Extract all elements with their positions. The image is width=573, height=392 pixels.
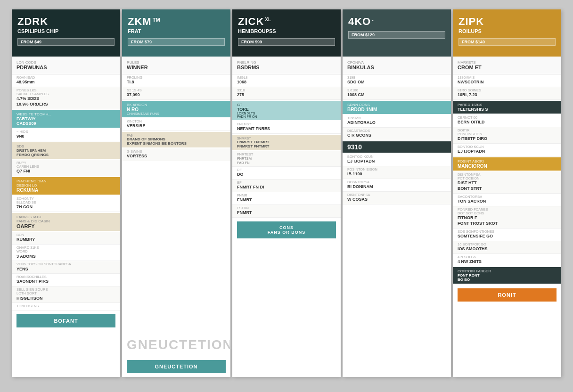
card3-b1-text: GT: [237, 103, 336, 107]
card5-r7-lbl: PONRED FCANESDOT SOT BONS: [458, 208, 557, 216]
card1-body: LON CODS PDRWUNAS ROANISAD 48,95mm PONES…: [12, 57, 120, 377]
card3-cta[interactable]: CONSFANS OR BONS: [237, 221, 336, 238]
card5-r6-lbl: SACONTORBA: [458, 195, 557, 199]
card1-header: ZDRK CSPILIPUS CHIP FROM $49: [12, 9, 120, 57]
card3-r5: BF FNMRT FN DI: [232, 180, 341, 192]
card5-top: MARKETS CROM ET: [453, 57, 561, 74]
card1-r5-val: 7H CON: [16, 204, 115, 210]
card1-r6-label: BON: [16, 233, 115, 237]
card2-r2-val: VERSIRE: [127, 123, 226, 129]
card3-r2-val: NEFAMT FNRES: [237, 126, 336, 132]
card5-r9-val: IOS SMOOTHS: [458, 246, 557, 252]
card2-b1-text: BK ARSION: [127, 103, 226, 107]
card3-b2-lbl: SNMRST: [237, 137, 336, 140]
card2-cta[interactable]: GNEUCTETION: [127, 360, 226, 373]
card2-col1-label: RULES: [127, 60, 226, 65]
card2-spacer: GNEUCTETION: [122, 161, 230, 356]
card1-name: ZDRK: [17, 16, 115, 27]
card1-r6: BON RUMBRY: [12, 232, 120, 245]
card3-r3: FNRTEST FNRTSMFAD FN: [232, 151, 341, 167]
card5-cta[interactable]: RONIT: [458, 288, 557, 302]
card3-b1-val: TORE: [237, 107, 336, 112]
card4-row1-lbl: 3198: [347, 76, 446, 80]
card1-b1-val: FARTWIYCADSS09: [16, 116, 115, 126]
card1-r8: VENS TOPS ON SONTORANCSA YENS: [12, 261, 120, 274]
card1-r5: SOHONTYBLLOADISE 7H CON: [12, 196, 120, 212]
card1-r6-val: RUMBRY: [16, 237, 115, 243]
card5-col1-val: CROM ET: [458, 65, 557, 70]
card4-b1-val: BRDOD 1NIM: [347, 107, 446, 112]
card5-subtitle: ROILUPS: [458, 28, 556, 34]
card1-row2-val: 4.7% SDDS10.9% ORDERS: [16, 96, 115, 107]
card5-r10: 4 N SOLGS 4 NW ZNITS: [453, 254, 561, 267]
card2-r2: KINJTON VERSIRE: [122, 118, 230, 131]
card5-r2-val: BERN OITILD: [458, 120, 557, 125]
card5-header: ZIPK ROILUPS FROM $149: [453, 9, 561, 57]
card1-r11-label: TONCOSENS: [16, 304, 115, 308]
card2-col1-val: WINNER: [127, 65, 226, 70]
card4-row1: 3198 SDO OM: [343, 74, 451, 87]
card1-row1-label: ROANISAD: [16, 76, 115, 80]
card5-r10-val: 4 NW ZNITS: [458, 259, 557, 265]
card1-block3: INACHENG DIANDESIGN LO RCKUINA: [12, 177, 120, 195]
card5-row1: 1380MMIS NWSCOTRIN: [453, 74, 561, 87]
card3-price: FROM $99: [238, 38, 335, 46]
card1-r11: TONCOSENS: [12, 303, 120, 310]
card3-r5-val: FNMRT FN DI: [237, 185, 336, 190]
card2-header: ZKM TM FRAT FROM $79: [122, 9, 230, 57]
card5-r7-val: FITNOR FFONT TROST SROT: [458, 215, 557, 226]
card3-r4-lbl: DF: [237, 168, 336, 172]
card5-row2-lbl: 81RO SOINES: [458, 89, 557, 92]
card5-r5-lbl: DISNTONPSAPCT OCBION: [458, 173, 557, 181]
card2-block2: FA9 BRAND OF SINMONSEXPENT SINMONS BE BO…: [122, 132, 230, 147]
card5-b3-lbl: CONTOIN FARBER: [458, 269, 557, 273]
card1-price: FROM $49: [17, 38, 115, 46]
card5-body: MARKETS CROM ET 1380MMIS NWSCOTRIN 81RO …: [453, 57, 561, 377]
card4-r4: BONTOO KCUN EJ IJOPTADN: [343, 154, 451, 166]
card1-cta[interactable]: BOFANT: [16, 314, 115, 327]
card4-header: 4KO · FROM $129: [343, 9, 451, 57]
card5-block1: PARED 1S910 TLETENSHIS S: [453, 101, 561, 114]
card4-r7: DISNTONPSA W COSAS: [343, 192, 451, 204]
plan-card-5: ZIPK ROILUPS FROM $149 MARKETS CROM ET 1…: [453, 9, 561, 377]
card3-row1-lbl: IMGL8: [237, 76, 336, 80]
card1-r10-label: SELL SIEN SOURSLOTH SORT: [16, 288, 115, 296]
card1-r9: ROANSOCHILLES SAONDNT PIRS: [12, 274, 120, 286]
card4-r2-val: ADINTORALO: [347, 120, 446, 126]
card2-top: RULES WINNER: [122, 57, 230, 74]
card3-r6: FNMR FNMRT: [232, 192, 341, 205]
card5-r8-lbl: SOS SONFONTIONES: [458, 230, 557, 234]
card1-r8-val: YENS: [16, 267, 115, 272]
card2-row1-lbl: FROLING: [127, 76, 226, 80]
card5-row1-lbl: 1380MMIS: [458, 76, 557, 80]
card1-b3-label: INACHENG DIANDESIGN LO: [16, 179, 115, 188]
card3-body: FNELRING BSDRMS IMGL8 1068 3318 275 GT T…: [232, 57, 341, 377]
card4-name-sub: ·: [372, 17, 374, 24]
card3-r3-sub: FNRTSMFAD FN: [237, 156, 336, 165]
card5-r3-lbl: DOITIRPONHINSTION: [458, 129, 557, 137]
card3-r7: FSTRN FNMRT: [232, 205, 341, 218]
card4-top: CFONIVA BINKULAS: [343, 57, 451, 74]
card1-b3-val: RCKUINA: [16, 188, 115, 193]
card4-b1-lbl: SDNN DONS: [347, 103, 446, 107]
card5-b1-lbl: PARED 1S910: [458, 103, 557, 107]
card4-b2-val: 9310: [347, 143, 446, 151]
card5-r2: CERNOT 00 BERN OITILD: [453, 114, 561, 127]
card5-b3-val: FONT RONTBO BO: [458, 273, 557, 282]
card3-r7-val: FNMRT: [237, 210, 336, 216]
card3-b2-val: FNMRST FNTMRTFNMRST FNTMRT: [237, 140, 336, 148]
card4-r5-lbl: FOSINTON EISON: [347, 168, 446, 172]
card4-r3-val: C R GCONS: [347, 133, 446, 139]
card5-price: FROM $149: [458, 38, 556, 46]
card4-r5-val: IB 1100: [347, 172, 446, 177]
card1-block2: SDS DRSTNERNHEMFEMDO QRSINGS: [12, 142, 120, 159]
card2-row1-val: TI.8: [127, 80, 226, 85]
card3-r7-lbl: FSTRN: [237, 206, 336, 210]
card5-r8-val: SOMTENSIFE GO: [458, 234, 557, 239]
card1-r9-val: SAONDNT PIRS: [16, 279, 115, 285]
card5-b2-val: MANCIORON: [458, 163, 557, 169]
card2-name-sub: TM: [153, 17, 160, 23]
card1-r3-label: ~ HIDS: [16, 130, 115, 134]
card4-row2-val: 1008 CM: [347, 92, 446, 98]
card5-r4-val: EJ IJOPTADN: [458, 149, 557, 155]
